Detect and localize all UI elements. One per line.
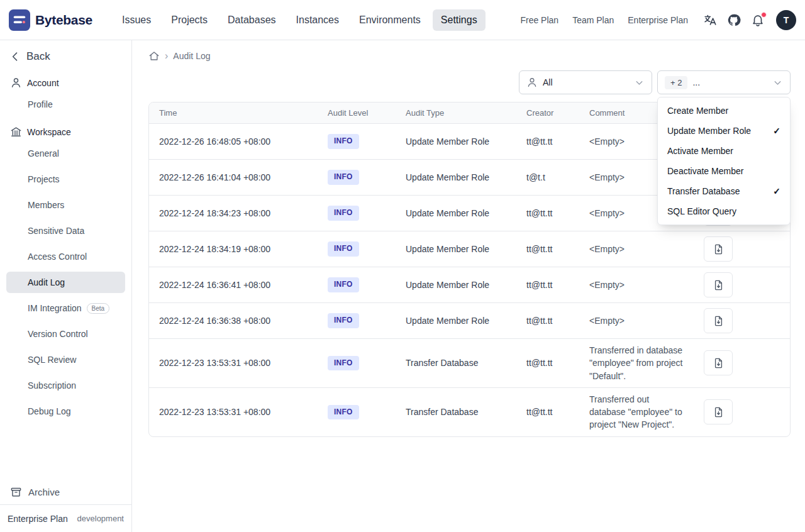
log-comment: Transferred out database "employee" to p… — [579, 387, 694, 436]
sidebar-item-audit-log[interactable]: Audit Log — [6, 272, 125, 293]
github-icon[interactable] — [727, 13, 741, 27]
audit-level-badge: INFO — [328, 356, 359, 370]
table-row: 2022-12-23 13:53:31 +08:00 INFO Transfer… — [149, 339, 790, 388]
log-creator: tt@tt.tt — [516, 303, 579, 339]
log-creator: tt@tt.tt — [516, 124, 579, 160]
sidebar-item-label: Access Control — [28, 252, 87, 262]
log-type: Update Member Role — [396, 303, 516, 339]
sidebar-section-account: Account — [0, 70, 131, 94]
sidebar-item-debug-log[interactable]: Debug Log — [6, 401, 125, 422]
enterprise-plan-link[interactable]: Enterprise Plan — [628, 15, 688, 25]
log-comment: <Empty> — [579, 303, 694, 339]
sidebar-section-workspace: Workspace — [0, 119, 131, 143]
sidebar-item-sql-review[interactable]: SQL Review — [6, 349, 125, 370]
person-icon — [526, 77, 538, 88]
audit-level-badge: INFO — [328, 170, 359, 184]
back-button[interactable]: Back — [0, 45, 131, 70]
log-time: 2022-12-24 18:34:19 +08:00 — [149, 231, 318, 267]
settings-sidebar: Back Account Profile Workspace General P… — [0, 40, 132, 532]
home-icon[interactable] — [148, 50, 160, 62]
audit-level-badge: INFO — [328, 313, 359, 328]
export-log-button[interactable] — [704, 272, 733, 297]
filter-bar: All + 2 ... — [148, 70, 791, 94]
sidebar-item-im-integration[interactable]: IM Integration Beta — [6, 297, 125, 319]
menu-item-activate-member[interactable]: Activate Member — [658, 141, 790, 161]
creator-filter-value: All — [543, 77, 553, 87]
audit-level-badge: INFO — [328, 405, 359, 419]
nav-settings[interactable]: Settings — [433, 9, 486, 31]
export-log-button[interactable] — [704, 308, 733, 333]
audit-level-badge: INFO — [328, 241, 359, 256]
notification-dot — [761, 12, 767, 18]
menu-item-deactivate-member[interactable]: Deactivate Member — [658, 161, 790, 181]
bytebase-logo[interactable]: Bytebase — [9, 9, 92, 31]
sidebar-item-projects[interactable]: Projects — [6, 169, 125, 190]
audit-type-filter-select[interactable]: + 2 ... — [657, 70, 791, 94]
table-row: 2022-12-23 13:53:31 +08:00 INFO Transfer… — [149, 387, 790, 436]
app-body: Back Account Profile Workspace General P… — [0, 40, 805, 532]
log-creator: t@t.t — [516, 160, 579, 196]
log-comment: <Empty> — [579, 267, 694, 303]
sidebar-item-sensitive-data[interactable]: Sensitive Data — [6, 220, 125, 241]
nav-databases[interactable]: Databases — [219, 9, 284, 31]
sidebar-item-profile[interactable]: Profile — [6, 94, 125, 115]
bytebase-logo-icon — [9, 9, 30, 31]
log-type: Update Member Role — [396, 231, 516, 267]
selected-count-tag: + 2 — [665, 76, 687, 89]
sidebar-item-label: Subscription — [28, 380, 76, 391]
download-file-icon — [713, 406, 724, 418]
bytebase-app: Bytebase Issues Projects Databases Insta… — [0, 0, 805, 532]
log-time: 2022-12-26 16:41:04 +08:00 — [149, 160, 318, 196]
log-comment: <Empty> — [579, 231, 694, 267]
sidebar-item-access-control[interactable]: Access Control — [6, 246, 125, 267]
nav-issues[interactable]: Issues — [114, 9, 159, 31]
bell-icon[interactable] — [751, 13, 765, 27]
breadcrumb-separator-icon: › — [165, 50, 168, 62]
nav-projects[interactable]: Projects — [163, 9, 216, 31]
archive-label: Archive — [28, 487, 60, 497]
sidebar-item-label: Debug Log — [28, 406, 71, 416]
log-comment: Transferred in database "employee" from … — [579, 339, 694, 388]
sidebar-item-label: Sensitive Data — [28, 226, 84, 236]
avatar[interactable]: T — [776, 10, 796, 30]
column-header-audit-level: Audit Level — [318, 103, 396, 124]
menu-item-create-member[interactable]: Create Member — [658, 101, 790, 121]
audit-log-page: › Audit Log All + 2 ... — [132, 40, 805, 532]
table-row: 2022-12-24 18:34:19 +08:00 INFO Update M… — [149, 231, 790, 267]
archive-button[interactable]: Archive — [0, 480, 131, 504]
workspace-icon — [10, 126, 22, 138]
log-time: 2022-12-24 18:34:23 +08:00 — [149, 196, 318, 231]
nav-environments[interactable]: Environments — [351, 9, 429, 31]
audit-type-filter-menu: Create Member Update Member Role ✓ Activ… — [657, 97, 791, 225]
log-creator: tt@tt.tt — [516, 267, 579, 303]
sidebar-item-general[interactable]: General — [6, 143, 125, 164]
export-log-button[interactable] — [704, 236, 733, 262]
sidebar-item-members[interactable]: Members — [6, 194, 125, 216]
download-file-icon — [713, 243, 724, 255]
sidebar-item-version-control[interactable]: Version Control — [6, 323, 125, 345]
check-icon: ✓ — [773, 126, 780, 136]
menu-item-sql-editor-query[interactable]: SQL Editor Query — [658, 201, 790, 221]
breadcrumb-current: Audit Log — [173, 51, 210, 61]
log-type: Transfer Database — [396, 339, 516, 388]
menu-item-label: Activate Member — [667, 146, 733, 156]
menu-item-update-member-role[interactable]: Update Member Role ✓ — [658, 121, 790, 141]
sidebar-item-label: Members — [28, 200, 64, 210]
export-log-button[interactable] — [704, 350, 733, 375]
column-header-time: Time — [149, 103, 318, 124]
translate-icon[interactable] — [703, 13, 717, 27]
export-log-button[interactable] — [704, 399, 733, 424]
log-time: 2022-12-24 16:36:41 +08:00 — [149, 267, 318, 303]
menu-item-label: Update Member Role — [667, 126, 751, 136]
team-plan-link[interactable]: Team Plan — [572, 15, 614, 25]
download-file-icon — [713, 279, 724, 291]
archive-icon — [10, 486, 22, 498]
chevron-down-icon — [634, 77, 645, 88]
creator-filter-select[interactable]: All — [519, 70, 652, 94]
free-plan-link[interactable]: Free Plan — [520, 15, 558, 25]
top-navbar: Bytebase Issues Projects Databases Insta… — [0, 0, 805, 40]
sidebar-item-subscription[interactable]: Subscription — [6, 375, 125, 396]
plan-links: Free Plan Team Plan Enterprise Plan — [520, 15, 688, 25]
nav-instances[interactable]: Instances — [288, 9, 347, 31]
menu-item-transfer-database[interactable]: Transfer Database ✓ — [658, 181, 790, 201]
